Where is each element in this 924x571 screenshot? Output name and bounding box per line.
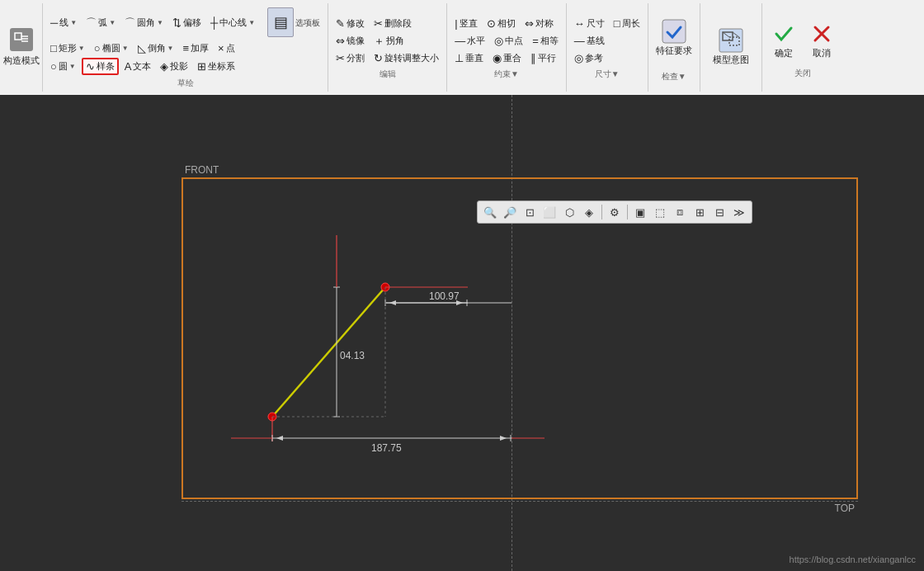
svg-text:04.13: 04.13 [340,350,365,361]
equal-constraint-button[interactable]: = 相等 [529,33,562,49]
view-box5-button[interactable]: ⊟ [710,203,728,221]
offset-button[interactable]: ⇅ 偏移 [169,15,205,31]
split-button[interactable]: ✂ 分割 [332,50,368,66]
display-settings-button[interactable]: ⚙ [606,203,624,221]
svg-marker-32 [276,436,283,441]
confirm-label: 确定 [775,47,793,59]
tangent-constraint-button[interactable]: ⊙ 相切 [483,16,519,31]
corner-button[interactable]: ＋ 拐角 [370,33,408,49]
mini-toolbar: 🔍 🔎 ⊡ ⬜ ⬡ ◈ ⚙ ▣ ⬚ ⧈ ⊞ ⊟ ≫ [477,201,752,224]
view-box3-button[interactable]: ⧈ [671,203,689,221]
feature-requirement-label: 特征要求 [656,45,692,57]
text-button[interactable]: A 文本 [121,59,155,74]
edit-label: 编辑 [332,68,442,80]
select-panel-button[interactable]: ▤ 选项板 [264,6,323,39]
website-url: https://blog.csdn.net/xianganlcc [790,554,916,564]
sketch-label: 草绘 [47,78,323,89]
rect-button[interactable]: □ 矩形▼ [47,40,88,56]
perpendicular-constraint-button[interactable]: ⊥ 垂直 [451,50,487,66]
inspect-label: 检查▼ [653,71,695,83]
rotate-resize-button[interactable]: ↻ 旋转调整大小 [370,50,442,66]
thicken-button[interactable]: ≡ 加厚 [179,40,212,56]
ellipse-button[interactable]: ○ 椭圆▼ [91,40,132,56]
dim-100-97: 100.97 [429,290,460,302]
view-box2-button[interactable]: ⬚ [651,203,669,221]
perimeter-button[interactable]: □ 周长 [610,16,644,31]
close-section: 确定 取消 关闭 [762,3,843,92]
view-box4-button[interactable]: ⊞ [691,203,709,221]
spline-button[interactable]: ∿ 样条 [82,58,119,75]
arc-button[interactable]: ⌒ 弧▼ [82,15,119,31]
close-label: 关闭 [766,68,839,79]
view-box1-button[interactable]: ▣ [631,203,649,221]
delete-seg-button[interactable]: ✂ 删除段 [370,16,415,31]
circle-button[interactable]: ○ 圆▼ [47,59,79,74]
fillet-button[interactable]: ⌒ 圆角▼ [121,15,167,31]
modify-button[interactable]: ✎ 修改 [332,16,368,31]
cancel-button[interactable]: 取消 [804,16,839,65]
parallel-constraint-button[interactable]: ∥ 平行 [527,50,559,66]
feature-requirement-icon [661,18,687,45]
model-view-button[interactable]: 模型意图 [705,21,757,71]
confirm-button[interactable]: 确定 [766,16,801,65]
zoom-out-button[interactable]: 🔎 [501,203,519,221]
symmetric-constraint-button[interactable]: ⇔ 对称 [521,16,557,31]
mirror-button[interactable]: ⇔ 镜像 [332,33,368,49]
svg-line-12 [272,287,385,417]
canvas-area: 🔍 🔎 ⊡ ⬜ ⬡ ◈ ⚙ ▣ ⬚ ⧈ ⊞ ⊟ ≫ FRONT TOP [0,95,924,571]
construct-mode-button[interactable]: 构造模式 [0,3,43,92]
construct-mode-label: 构造模式 [3,54,40,67]
zoom-in-button[interactable]: 🔍 [481,203,499,221]
dimension-label: 尺寸▼ [571,68,644,80]
model-view-section: 模型意图 [700,3,762,92]
view-more-button[interactable]: ≫ [730,203,748,221]
midpoint-constraint-button[interactable]: ◎ 中点 [491,33,526,49]
cancel-label: 取消 [813,47,831,59]
model-view-label: 模型意图 [713,54,749,66]
baseline-button[interactable]: — 基线 [571,33,608,49]
svg-text:100.97: 100.97 [429,290,460,302]
coincident-constraint-button[interactable]: ◉ 重合 [489,50,525,66]
inspect-section: 特征要求 检查▼ [648,3,700,92]
d-relation-button[interactable] [671,65,677,68]
wireframe-button[interactable]: ◈ [580,203,598,221]
svg-marker-33 [500,436,507,441]
zoom-fit-button[interactable]: ⊡ [521,203,539,221]
coord-button[interactable]: ⊞ 坐标系 [194,59,238,74]
svg-rect-4 [662,20,686,43]
project-button[interactable]: ◈ 投影 [157,59,191,74]
chamfer-button[interactable]: ◺ 倒角▼ [134,40,177,56]
centerline-button[interactable]: ┼ 中心线▼ [207,15,258,31]
constraint-label: 约束▼ [451,68,562,80]
vertical-constraint-button[interactable]: | 竖直 [451,16,480,31]
reference-button[interactable]: ◎ 参考 [571,50,606,66]
constraint-section: | 竖直 ⊙ 相切 ⇔ 对称 — 水平 ◎ 中点 [447,3,567,92]
point-button[interactable]: × 点 [214,40,238,56]
toolbar: 构造模式 ─ 线▼ ⌒ 弧▼ ⌒ 圆角▼ ⇅ 偏移 [0,0,924,95]
horizontal-constraint-button[interactable]: — 水平 [451,33,488,49]
drawing-canvas: 100.97 04.13 187.75 [0,95,924,571]
model-view-icon [718,27,744,54]
feature-requirement-button[interactable]: 特征要求 [653,13,695,63]
dimension-button[interactable]: ↔ 尺寸 [571,16,608,31]
dim-64-13: 04.13 [340,350,365,361]
zoom-box-button[interactable]: ⬜ [540,203,559,221]
sketch-section: ─ 线▼ ⌒ 弧▼ ⌒ 圆角▼ ⇅ 偏移 ┼ 中心线▼ [43,3,328,92]
shaded-button[interactable]: ⬡ [560,203,578,221]
dimension-section: ↔ 尺寸 □ 周长 — 基线 ◎ 参考 尺寸▼ [567,3,648,92]
svg-text:187.75: 187.75 [371,442,402,454]
dim-187-75: 187.75 [371,442,402,454]
svg-rect-0 [15,33,21,40]
line-button[interactable]: ─ 线▼ [47,15,80,31]
edit-section: ✎ 修改 ✂ 删除段 ⇔ 镜像 ＋ 拐角 [328,3,447,92]
